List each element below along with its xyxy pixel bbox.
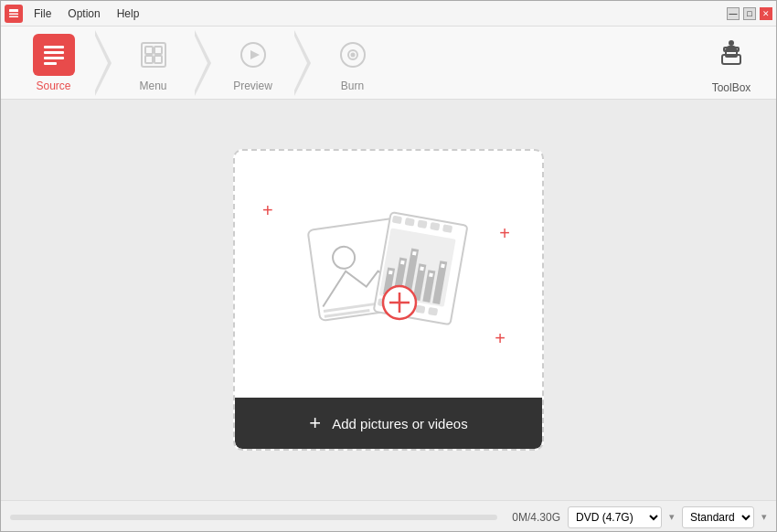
minimize-button[interactable]: — — [727, 7, 740, 20]
deco-plus-bottomright: + — [495, 329, 506, 347]
svg-point-16 — [351, 53, 354, 56]
quality-select[interactable]: Standard High Ultra — [682, 506, 754, 528]
toolbar: Source Menu Preview — [1, 27, 776, 100]
main-content: + + + — [1, 100, 776, 500]
preview-label: Preview — [233, 80, 272, 92]
source-icon — [33, 34, 75, 76]
menu-icon — [133, 34, 175, 76]
svg-rect-3 — [44, 46, 64, 48]
svg-rect-2 — [9, 16, 18, 17]
maximize-button[interactable]: □ — [743, 7, 756, 20]
svg-rect-0 — [9, 9, 18, 12]
drop-zone[interactable]: + + + — [233, 149, 544, 451]
toolbar-toolbox[interactable]: ToolBox — [696, 25, 767, 101]
toolbar-source[interactable]: Source — [10, 30, 97, 96]
menu-tab-label: Menu — [139, 80, 166, 92]
window-controls: — □ ✕ — [727, 7, 772, 20]
title-bar: File Option Help — □ ✕ — [1, 1, 776, 27]
svg-point-20 — [729, 40, 734, 46]
drop-zone-graphics: + + + — [235, 151, 542, 398]
menu-bar: File Option Help — [27, 5, 146, 22]
preview-icon — [232, 34, 274, 76]
disc-type-select[interactable]: DVD (4.7G) Blu-ray (25G) Blu-ray (50G) — [568, 506, 662, 528]
svg-rect-43 — [388, 270, 393, 274]
svg-rect-9 — [154, 47, 162, 54]
source-label: Source — [36, 80, 70, 92]
file-size-label: 0M/4.30G — [512, 511, 560, 524]
deco-plus-topleft: + — [262, 201, 273, 219]
dropdown-arrow-disc: ▾ — [669, 511, 675, 523]
toolbox-label: ToolBox — [712, 81, 751, 94]
menu-file[interactable]: File — [27, 5, 59, 22]
toolbar-preview[interactable]: Preview — [209, 30, 296, 96]
deco-plus-topright: + — [499, 224, 510, 242]
add-media-label: Add pictures or videos — [332, 416, 467, 431]
add-media-button[interactable]: + Add pictures or videos — [235, 398, 542, 449]
media-illustration — [297, 195, 480, 355]
toolbar-burn[interactable]: Burn — [309, 30, 396, 96]
toolbox-icon — [710, 32, 752, 74]
svg-rect-48 — [441, 263, 445, 268]
toolbar-menu[interactable]: Menu — [110, 30, 197, 96]
svg-rect-44 — [400, 260, 405, 264]
status-bar: 0M/4.30G DVD (4.7G) Blu-ray (25G) Blu-ra… — [1, 500, 776, 532]
svg-rect-4 — [44, 51, 64, 54]
menu-help[interactable]: Help — [110, 5, 147, 22]
svg-rect-8 — [145, 47, 153, 54]
svg-rect-10 — [145, 56, 153, 63]
svg-rect-45 — [412, 250, 417, 255]
menu-option[interactable]: Option — [60, 5, 107, 22]
progress-bar — [10, 515, 497, 520]
svg-rect-1 — [9, 13, 18, 15]
burn-label: Burn — [341, 80, 364, 92]
burn-icon — [332, 34, 374, 76]
app-icon — [5, 5, 23, 23]
close-button[interactable]: ✕ — [760, 7, 772, 20]
svg-rect-46 — [420, 266, 424, 271]
dropdown-arrow-quality: ▾ — [761, 511, 767, 523]
add-plus-icon: + — [309, 411, 321, 435]
svg-marker-13 — [250, 50, 260, 59]
svg-rect-47 — [429, 272, 433, 277]
svg-rect-11 — [154, 56, 162, 63]
svg-rect-5 — [44, 57, 64, 59]
svg-rect-6 — [44, 62, 57, 65]
